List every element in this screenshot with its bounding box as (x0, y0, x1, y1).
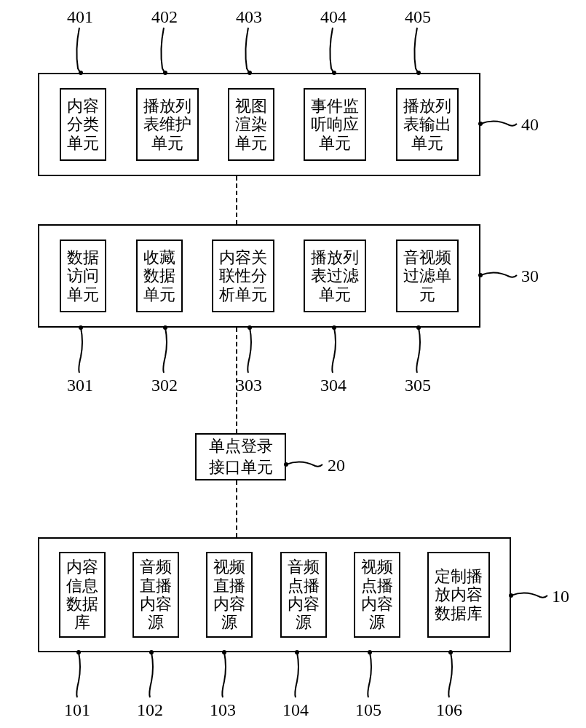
lead-301 (76, 328, 91, 373)
unit-404: 事件监 听响应 单元 (304, 88, 366, 161)
lead-20 (286, 462, 322, 476)
lead-405 (414, 28, 429, 73)
unit-102: 音频 直播 内容 源 (132, 552, 179, 638)
unit-304: 播放列 表过滤 单元 (304, 240, 366, 312)
label-405: 405 (405, 7, 431, 27)
lead-104 (293, 652, 307, 697)
svg-point-9 (248, 325, 252, 330)
group-30: 数据 访问 单元 收藏 数据 单元 内容关 联性分 析单元 播放列 表过滤 单元… (38, 224, 480, 328)
label-101: 101 (64, 700, 90, 720)
lead-401 (76, 28, 91, 73)
unit-105: 视频 点播 内容 源 (354, 552, 400, 638)
svg-point-13 (509, 593, 513, 598)
unit-104: 音频 点播 内容 源 (280, 552, 327, 638)
unit-301: 数据 访问 单元 (60, 240, 106, 312)
lead-304 (330, 328, 344, 373)
svg-point-1 (163, 71, 167, 75)
label-105: 105 (355, 700, 381, 720)
lead-30 (480, 272, 517, 287)
lead-303 (245, 328, 260, 373)
svg-point-3 (332, 71, 336, 75)
label-102: 102 (137, 700, 163, 720)
label-404: 404 (320, 7, 347, 27)
svg-point-17 (295, 650, 299, 654)
svg-point-15 (149, 650, 154, 654)
lead-402 (161, 28, 175, 73)
unit-106: 定制播 放内容 数据库 (427, 552, 490, 638)
lead-105 (365, 652, 380, 697)
lead-302 (161, 328, 175, 373)
svg-point-10 (332, 325, 336, 330)
dashed-connector-40-30 (236, 176, 237, 224)
unit-402: 播放列 表维护 单元 (136, 88, 199, 161)
label-301: 301 (67, 376, 93, 395)
unit-302: 收藏 数据 单元 (136, 240, 183, 312)
svg-point-6 (478, 273, 483, 277)
label-305: 305 (405, 376, 431, 395)
unit-405: 播放列 表输出 单元 (396, 88, 459, 161)
label-401: 401 (67, 7, 93, 27)
svg-point-4 (416, 71, 421, 75)
unit-401: 内容 分类 单元 (60, 88, 106, 161)
svg-point-19 (448, 650, 453, 654)
svg-point-8 (163, 325, 167, 330)
group-40: 内容 分类 单元 播放列 表维护 单元 视图 渲染 单元 事件监 听响应 单元 … (38, 73, 480, 176)
diagram-canvas: 内容 分类 单元 播放列 表维护 单元 视图 渲染 单元 事件监 听响应 单元 … (0, 0, 586, 728)
svg-point-0 (79, 71, 83, 75)
label-10: 10 (552, 587, 569, 606)
lead-103 (220, 652, 234, 697)
label-304: 304 (320, 376, 347, 395)
dashed-connector-20-10 (236, 480, 237, 537)
lead-106 (446, 652, 461, 697)
lead-102 (147, 652, 162, 697)
svg-point-16 (222, 650, 226, 654)
unit-103: 视频 直播 内容 源 (206, 552, 253, 638)
label-104: 104 (282, 700, 309, 720)
label-303: 303 (236, 376, 262, 395)
svg-point-12 (284, 462, 288, 467)
lead-10 (511, 593, 547, 607)
svg-point-7 (79, 325, 83, 330)
group-10: 内容 信息 数据 库 音频 直播 内容 源 视频 直播 内容 源 音频 点播 内… (38, 537, 511, 652)
svg-point-11 (416, 325, 421, 330)
label-403: 403 (236, 7, 262, 27)
svg-point-5 (478, 122, 483, 126)
label-103: 103 (210, 700, 236, 720)
unit-305: 音视频 过滤单 元 (396, 240, 459, 312)
svg-point-2 (248, 71, 252, 75)
label-30: 30 (521, 266, 539, 286)
label-402: 402 (151, 7, 178, 27)
label-302: 302 (151, 376, 178, 395)
label-106: 106 (436, 700, 462, 720)
lead-305 (414, 328, 429, 373)
unit-20: 单点登录 接口单元 (195, 433, 286, 480)
unit-101: 内容 信息 数据 库 (59, 552, 106, 638)
lead-404 (330, 28, 344, 73)
svg-point-14 (76, 650, 81, 654)
lead-40 (480, 121, 517, 135)
svg-point-18 (368, 650, 372, 654)
lead-403 (245, 28, 260, 73)
lead-101 (74, 652, 89, 697)
label-40: 40 (521, 115, 539, 135)
unit-403: 视图 渲染 单元 (228, 88, 274, 161)
unit-303: 内容关 联性分 析单元 (212, 240, 274, 312)
label-20: 20 (328, 456, 345, 475)
